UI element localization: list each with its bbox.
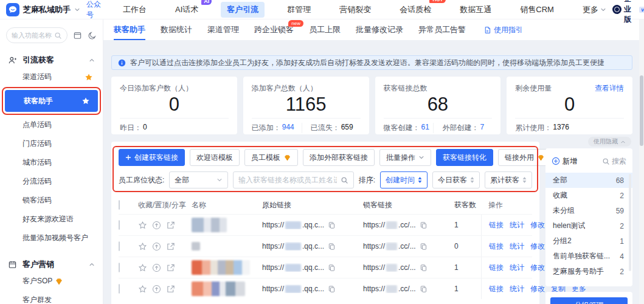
nav-ai-script[interactable]: AI话术AI [169, 2, 204, 18]
pin-top-icon[interactable] [152, 221, 161, 230]
moon-icon[interactable] [88, 31, 97, 40]
sidebar-section-marketing[interactable]: 客户营销 [0, 257, 103, 272]
share-icon[interactable] [166, 285, 175, 294]
add-group-button[interactable]: 新增 [552, 156, 577, 167]
group-item-service-assistant[interactable]: 芝麻服务号助手2 [545, 264, 632, 279]
group-item-favorites[interactable]: 收藏2 [545, 188, 632, 203]
sidebar-item-city-code[interactable]: 城市活码 [0, 153, 103, 172]
tab-abnormal-employee-alert[interactable]: 异常员工告警 [418, 19, 466, 40]
nav-more[interactable]: 更多 [576, 2, 612, 18]
view-details-link[interactable]: 查看详情 [595, 83, 624, 94]
row-checkbox[interactable] [119, 284, 120, 294]
action-statistics[interactable]: 统计 [510, 284, 524, 294]
usage-guide-link[interactable]: 使用指引 [483, 25, 523, 35]
copy-icon[interactable] [328, 221, 336, 229]
select-all-checkbox[interactable] [119, 200, 120, 210]
group-item-group2[interactable]: 分组21 [545, 233, 632, 249]
tab-channel-management[interactable]: 渠道管理 [207, 19, 239, 40]
action-modify[interactable]: 修改 [530, 263, 545, 273]
page-scrollbar-thumb[interactable] [640, 75, 643, 146]
nav-customer-acquisition[interactable]: 客户引流 [221, 2, 265, 18]
action-statistics[interactable]: 统计 [510, 241, 524, 252]
create-link-button[interactable]: 创建获客链接 [119, 149, 185, 166]
nav-marketing-fission[interactable]: 营销裂变 [333, 2, 377, 18]
tab-data-statistics[interactable]: 数据统计 [161, 19, 192, 40]
pin-top-icon[interactable] [152, 285, 161, 294]
panel-layout-icon[interactable] [73, 31, 82, 40]
group-item-presales-links[interactable]: 售前单独获客链...4 [545, 249, 632, 264]
brand-area[interactable]: 芝麻私域助手 公众号 [0, 0, 108, 20]
action-statistics[interactable]: 统计 [510, 263, 524, 273]
nav-chat-inspection[interactable]: 会话质检HOT [393, 2, 437, 18]
sidebar-item-channel-code[interactable]: 渠道活码 [0, 67, 103, 86]
official-account-link[interactable]: 公众号 [86, 0, 102, 20]
link-conversion-button[interactable]: 获客链接转化 [436, 149, 493, 166]
add-external-link-button[interactable]: 添加外部获客链接 [303, 149, 375, 166]
sidebar-item-store-code[interactable]: 门店活码 [0, 134, 103, 153]
pin-top-icon[interactable] [152, 242, 161, 251]
nav-data-exchange[interactable]: 数据互通 [454, 2, 497, 18]
sidebar-item-friend-welcome[interactable]: 好友来源欢迎语 [0, 210, 103, 229]
sidebar-item-acquisition-assistant[interactable]: 获客助手 [5, 90, 98, 112]
nav-group-management[interactable]: 群管理 [281, 2, 317, 18]
copy-icon[interactable] [328, 285, 336, 293]
group-list-scrollbar[interactable] [629, 174, 631, 271]
sidebar-item-split-code[interactable]: 分流活码 [0, 172, 103, 191]
copy-icon[interactable] [328, 264, 336, 272]
external-use-button[interactable]: 链接外用 [498, 149, 552, 166]
nav-sales-crm[interactable]: 销售CRM [514, 2, 560, 18]
row-checkbox[interactable] [119, 241, 120, 251]
action-modify[interactable]: 修改 [530, 220, 545, 230]
sidebar-item-customer-sop[interactable]: 客户SOP [0, 272, 103, 291]
favorite-star-icon[interactable] [138, 263, 147, 272]
tab-employee-limit[interactable]: 员工上限 [309, 19, 341, 40]
group-item-ungrouped[interactable]: 未分组59 [545, 203, 632, 218]
group-search-button[interactable]: 搜索 [602, 156, 626, 167]
sort-by-total-customers[interactable]: 累计获客 [485, 171, 532, 188]
action-statistics[interactable]: 统计 [510, 220, 524, 230]
share-icon[interactable] [166, 263, 175, 272]
welcome-template-button[interactable]: 欢迎语模板 [190, 149, 240, 166]
page-scrollbar[interactable] [639, 19, 644, 304]
sidebar-item-lock-code[interactable]: 锁客活码 [0, 191, 103, 210]
action-link[interactable]: 链接 [489, 263, 504, 273]
share-icon[interactable] [166, 221, 175, 230]
group-manage-button[interactable]: 分组管理 [550, 297, 628, 304]
sidebar-section-acquisition[interactable]: 引流获客 [0, 53, 103, 67]
favorite-star-icon[interactable] [85, 73, 93, 81]
action-link[interactable]: 链接 [489, 284, 504, 294]
search-icon[interactable] [341, 176, 348, 184]
share-icon[interactable] [166, 242, 175, 251]
favorite-star-icon[interactable] [138, 242, 147, 251]
tab-batch-modify-records[interactable]: 批量修改记录 [356, 19, 403, 40]
action-link[interactable]: 链接 [489, 241, 504, 252]
action-modify[interactable]: 修改 [530, 284, 545, 294]
group-panel-collapse-pill[interactable]: 使用隐藏 [588, 137, 631, 147]
link-search-input[interactable] [238, 176, 337, 184]
employee-template-button[interactable]: 员工模板 [244, 149, 298, 166]
copy-icon[interactable] [328, 243, 336, 250]
group-item-all[interactable]: 全部68 [545, 173, 632, 188]
favorite-star-icon[interactable] [138, 221, 147, 230]
sidebar-item-customer-broadcast[interactable]: 客户群发 [0, 291, 103, 304]
nav-workbench[interactable]: 工作台 [117, 2, 153, 18]
row-checkbox[interactable] [119, 220, 120, 230]
group-item-helen-test[interactable]: helen测试2 [545, 218, 632, 233]
sidebar-search[interactable] [6, 27, 68, 43]
tab-cross-enterprise-lock[interactable]: 跨企业锁客new [254, 19, 294, 40]
favorite-star-icon[interactable] [138, 285, 147, 294]
favorite-star-icon[interactable] [81, 97, 90, 105]
copy-icon[interactable] [420, 285, 428, 293]
brand-chevron-down-icon[interactable] [74, 7, 80, 13]
tab-acquisition-assistant[interactable]: 获客助手 [114, 19, 145, 40]
link-search-box[interactable] [233, 171, 354, 188]
sort-by-created-time[interactable]: 创建时间 [380, 171, 428, 188]
copy-icon[interactable] [420, 221, 428, 229]
action-link[interactable]: 链接 [489, 220, 504, 230]
seat-status-select[interactable]: 全部 [169, 171, 228, 188]
row-checkbox[interactable] [119, 263, 120, 272]
sidebar-search-input[interactable] [12, 32, 52, 39]
batch-operation-button[interactable]: 批量操作 [379, 149, 431, 166]
action-modify[interactable]: 修改 [530, 241, 545, 252]
sort-by-today-customers[interactable]: 今日获客 [432, 171, 480, 188]
